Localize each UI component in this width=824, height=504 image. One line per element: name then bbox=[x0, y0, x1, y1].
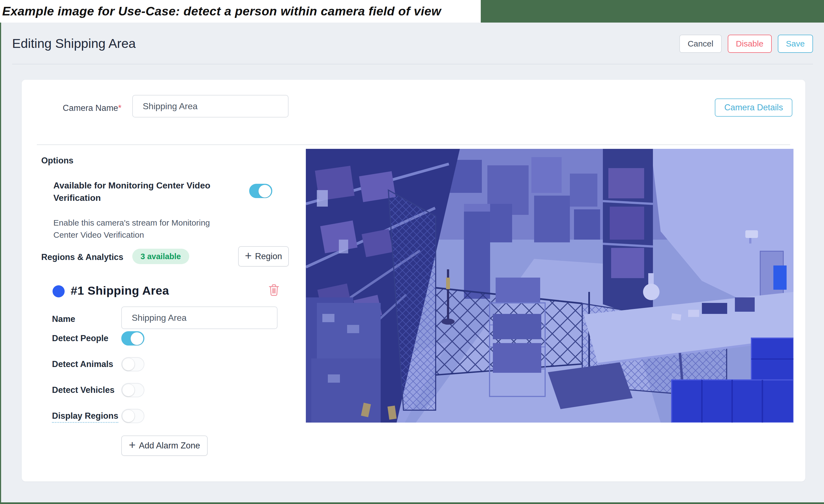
annotation-green-block bbox=[481, 0, 824, 22]
display-regions-label[interactable]: Display Regions bbox=[52, 411, 118, 423]
plus-icon: + bbox=[245, 250, 252, 262]
warehouse-camera-view[interactable] bbox=[306, 149, 794, 423]
app-frame: Editing Shipping Area Cancel Disable Sav… bbox=[0, 22, 824, 504]
detect-vehicles-label: Detect Vehicles bbox=[52, 385, 114, 395]
disable-button[interactable]: Disable bbox=[728, 35, 772, 53]
camera-name-label: Camera Name* bbox=[63, 103, 122, 113]
camera-name-input[interactable] bbox=[132, 95, 289, 117]
add-alarm-zone-label: Add Alarm Zone bbox=[139, 441, 200, 450]
toggle-knob bbox=[259, 185, 271, 198]
annotation-bar: Example image for Use-Case: detect a per… bbox=[0, 0, 824, 22]
region-title: #1 Shipping Area bbox=[71, 284, 169, 297]
save-button[interactable]: Save bbox=[778, 35, 813, 53]
delete-region-trash-icon[interactable] bbox=[268, 283, 280, 297]
header-divider bbox=[12, 64, 813, 64]
region-color-dot bbox=[53, 285, 65, 297]
toggle-knob bbox=[122, 358, 135, 371]
region-name-label: Name bbox=[52, 314, 75, 324]
detect-people-label: Detect People bbox=[52, 333, 108, 343]
camera-edit-card: Camera Name* Camera Details Options Avai… bbox=[22, 80, 805, 482]
monitoring-center-toggle[interactable] bbox=[249, 184, 272, 198]
monitoring-center-label: Available for Monitoring Center Video Ve… bbox=[54, 179, 246, 204]
add-region-button[interactable]: + Region bbox=[238, 246, 289, 267]
add-alarm-zone-button[interactable]: + Add Alarm Zone bbox=[121, 435, 208, 456]
cancel-button[interactable]: Cancel bbox=[679, 35, 721, 53]
header-actions: Cancel Disable Save bbox=[679, 35, 813, 53]
region-name-input[interactable] bbox=[121, 306, 278, 329]
detect-vehicles-toggle[interactable] bbox=[121, 383, 144, 397]
card-divider bbox=[37, 144, 790, 145]
annotation-title: Example image for Use-Case: detect a per… bbox=[2, 0, 441, 22]
regions-available-badge: 3 available bbox=[132, 249, 189, 264]
toggle-knob bbox=[131, 332, 143, 345]
options-heading: Options bbox=[41, 156, 74, 166]
plus-icon: + bbox=[129, 439, 136, 451]
camera-details-button[interactable]: Camera Details bbox=[715, 98, 792, 117]
toggle-knob bbox=[122, 384, 135, 396]
add-region-label: Region bbox=[255, 251, 282, 261]
detect-people-toggle[interactable] bbox=[121, 331, 144, 345]
required-asterisk: * bbox=[118, 103, 122, 113]
monitoring-center-description: Enable this camera's stream for Monitori… bbox=[54, 217, 233, 241]
regions-analytics-heading: Regions & Analytics bbox=[41, 252, 123, 262]
toggle-knob bbox=[122, 410, 135, 422]
detect-animals-label: Detect Animals bbox=[52, 359, 113, 369]
display-regions-toggle[interactable] bbox=[121, 409, 144, 423]
page-title: Editing Shipping Area bbox=[12, 36, 135, 51]
detect-animals-toggle[interactable] bbox=[121, 357, 144, 372]
